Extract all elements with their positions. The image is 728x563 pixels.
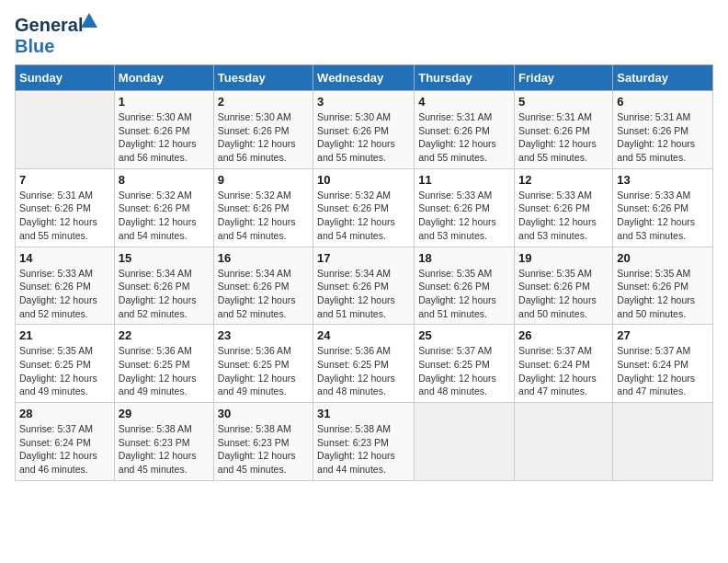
logo-general-text: General: [15, 15, 83, 35]
calendar-cell: [16, 91, 115, 169]
day-number: 28: [19, 407, 110, 420]
day-info: Sunrise: 5:38 AM Sunset: 6:23 PM Dayligh…: [218, 422, 309, 477]
calendar-cell: 3Sunrise: 5:30 AM Sunset: 6:26 PM Daylig…: [313, 91, 415, 169]
day-number: 27: [617, 328, 709, 342]
day-info: Sunrise: 5:33 AM Sunset: 6:26 PM Dayligh…: [19, 267, 110, 321]
calendar-cell: 28Sunrise: 5:37 AM Sunset: 6:24 PM Dayli…: [16, 403, 115, 481]
day-info: Sunrise: 5:32 AM Sunset: 6:26 PM Dayligh…: [218, 189, 309, 243]
day-number: 30: [218, 407, 309, 420]
day-number: 29: [119, 407, 210, 420]
calendar-cell: 4Sunrise: 5:31 AM Sunset: 6:26 PM Daylig…: [415, 91, 515, 169]
day-info: Sunrise: 5:31 AM Sunset: 6:26 PM Dayligh…: [418, 110, 510, 165]
weekday-header-row: SundayMondayTuesdayWednesdayThursdayFrid…: [16, 65, 713, 91]
day-number: 22: [119, 328, 210, 342]
day-info: Sunrise: 5:37 AM Sunset: 6:24 PM Dayligh…: [19, 422, 110, 477]
calendar-cell: 26Sunrise: 5:37 AM Sunset: 6:24 PM Dayli…: [515, 325, 613, 403]
calendar-cell: 22Sunrise: 5:36 AM Sunset: 6:25 PM Dayli…: [114, 325, 213, 403]
calendar-cell: 24Sunrise: 5:36 AM Sunset: 6:25 PM Dayli…: [313, 325, 415, 403]
day-number: 12: [518, 173, 609, 187]
svg-marker-0: [81, 13, 97, 28]
day-number: 2: [218, 95, 309, 109]
calendar-cell: 23Sunrise: 5:36 AM Sunset: 6:25 PM Dayli…: [213, 325, 313, 403]
weekday-header-sunday: Sunday: [16, 65, 115, 91]
calendar-week-3: 14Sunrise: 5:33 AM Sunset: 6:26 PM Dayli…: [16, 247, 713, 325]
calendar-week-5: 28Sunrise: 5:37 AM Sunset: 6:24 PM Dayli…: [16, 403, 713, 481]
calendar-cell: 21Sunrise: 5:35 AM Sunset: 6:25 PM Dayli…: [16, 325, 115, 403]
day-info: Sunrise: 5:30 AM Sunset: 6:26 PM Dayligh…: [119, 110, 210, 165]
day-info: Sunrise: 5:33 AM Sunset: 6:26 PM Dayligh…: [418, 189, 510, 243]
calendar-cell: 5Sunrise: 5:31 AM Sunset: 6:26 PM Daylig…: [515, 91, 613, 169]
day-info: Sunrise: 5:32 AM Sunset: 6:26 PM Dayligh…: [317, 189, 410, 243]
day-number: 16: [218, 251, 309, 265]
calendar-cell: 14Sunrise: 5:33 AM Sunset: 6:26 PM Dayli…: [16, 247, 115, 325]
calendar-cell: 16Sunrise: 5:34 AM Sunset: 6:26 PM Dayli…: [213, 247, 313, 325]
day-info: Sunrise: 5:33 AM Sunset: 6:26 PM Dayligh…: [518, 189, 609, 243]
day-number: 7: [19, 173, 110, 187]
calendar-cell: 9Sunrise: 5:32 AM Sunset: 6:26 PM Daylig…: [213, 168, 313, 247]
day-info: Sunrise: 5:38 AM Sunset: 6:23 PM Dayligh…: [119, 422, 210, 477]
calendar-cell: 15Sunrise: 5:34 AM Sunset: 6:26 PM Dayli…: [114, 247, 213, 325]
calendar-cell: 11Sunrise: 5:33 AM Sunset: 6:26 PM Dayli…: [415, 168, 515, 247]
day-info: Sunrise: 5:35 AM Sunset: 6:26 PM Dayligh…: [518, 267, 609, 321]
day-number: 15: [119, 251, 210, 265]
weekday-header-tuesday: Tuesday: [213, 65, 313, 91]
weekday-header-wednesday: Wednesday: [313, 65, 415, 91]
weekday-header-monday: Monday: [114, 65, 213, 91]
calendar-cell: [515, 403, 613, 481]
day-info: Sunrise: 5:35 AM Sunset: 6:25 PM Dayligh…: [19, 344, 110, 398]
day-number: 3: [317, 95, 410, 109]
calendar-cell: 18Sunrise: 5:35 AM Sunset: 6:26 PM Dayli…: [415, 247, 515, 325]
calendar-week-1: 1Sunrise: 5:30 AM Sunset: 6:26 PM Daylig…: [16, 91, 713, 169]
day-info: Sunrise: 5:36 AM Sunset: 6:25 PM Dayligh…: [317, 344, 410, 398]
day-number: 23: [218, 328, 309, 342]
weekday-header-saturday: Saturday: [613, 65, 713, 91]
calendar-cell: 30Sunrise: 5:38 AM Sunset: 6:23 PM Dayli…: [213, 403, 313, 481]
calendar-cell: 25Sunrise: 5:37 AM Sunset: 6:25 PM Dayli…: [415, 325, 515, 403]
day-number: 19: [518, 251, 609, 265]
day-info: Sunrise: 5:34 AM Sunset: 6:26 PM Dayligh…: [119, 267, 210, 321]
day-number: 21: [19, 328, 110, 342]
day-info: Sunrise: 5:32 AM Sunset: 6:26 PM Dayligh…: [119, 189, 210, 243]
day-info: Sunrise: 5:34 AM Sunset: 6:26 PM Dayligh…: [218, 267, 309, 321]
day-info: Sunrise: 5:37 AM Sunset: 6:25 PM Dayligh…: [418, 344, 510, 398]
calendar-cell: 20Sunrise: 5:35 AM Sunset: 6:26 PM Dayli…: [613, 247, 713, 325]
day-number: 9: [218, 173, 309, 187]
calendar-cell: 31Sunrise: 5:38 AM Sunset: 6:23 PM Dayli…: [313, 403, 415, 481]
header: General Blue: [15, 15, 713, 57]
day-number: 20: [617, 251, 709, 265]
calendar-cell: 1Sunrise: 5:30 AM Sunset: 6:26 PM Daylig…: [114, 91, 213, 169]
calendar-week-4: 21Sunrise: 5:35 AM Sunset: 6:25 PM Dayli…: [16, 325, 713, 403]
day-info: Sunrise: 5:36 AM Sunset: 6:25 PM Dayligh…: [218, 344, 309, 398]
day-info: Sunrise: 5:33 AM Sunset: 6:26 PM Dayligh…: [617, 189, 709, 243]
weekday-header-thursday: Thursday: [415, 65, 515, 91]
day-info: Sunrise: 5:34 AM Sunset: 6:26 PM Dayligh…: [317, 267, 410, 321]
weekday-header-friday: Friday: [515, 65, 613, 91]
day-info: Sunrise: 5:30 AM Sunset: 6:26 PM Dayligh…: [218, 110, 309, 165]
day-number: 6: [617, 95, 709, 109]
day-number: 24: [317, 328, 410, 342]
calendar-cell: 8Sunrise: 5:32 AM Sunset: 6:26 PM Daylig…: [114, 168, 213, 247]
calendar-cell: [415, 403, 515, 481]
calendar-cell: 19Sunrise: 5:35 AM Sunset: 6:26 PM Dayli…: [515, 247, 613, 325]
calendar-week-2: 7Sunrise: 5:31 AM Sunset: 6:26 PM Daylig…: [16, 168, 713, 247]
calendar-cell: 12Sunrise: 5:33 AM Sunset: 6:26 PM Dayli…: [515, 168, 613, 247]
day-info: Sunrise: 5:36 AM Sunset: 6:25 PM Dayligh…: [119, 344, 210, 398]
day-info: Sunrise: 5:35 AM Sunset: 6:26 PM Dayligh…: [418, 267, 510, 321]
logo: General Blue: [15, 15, 83, 57]
day-number: 8: [119, 173, 210, 187]
day-number: 11: [418, 173, 510, 187]
calendar-table: SundayMondayTuesdayWednesdayThursdayFrid…: [15, 64, 713, 481]
day-number: 17: [317, 251, 410, 265]
day-info: Sunrise: 5:38 AM Sunset: 6:23 PM Dayligh…: [317, 422, 410, 477]
day-number: 5: [518, 95, 609, 109]
day-info: Sunrise: 5:31 AM Sunset: 6:26 PM Dayligh…: [518, 110, 609, 165]
calendar-cell: [613, 403, 713, 481]
day-number: 4: [418, 95, 510, 109]
day-number: 25: [418, 328, 510, 342]
day-info: Sunrise: 5:37 AM Sunset: 6:24 PM Dayligh…: [617, 344, 709, 398]
day-info: Sunrise: 5:37 AM Sunset: 6:24 PM Dayligh…: [518, 344, 609, 398]
day-info: Sunrise: 5:31 AM Sunset: 6:26 PM Dayligh…: [617, 110, 709, 165]
day-info: Sunrise: 5:30 AM Sunset: 6:26 PM Dayligh…: [317, 110, 410, 165]
day-number: 10: [317, 173, 410, 187]
day-info: Sunrise: 5:35 AM Sunset: 6:26 PM Dayligh…: [617, 267, 709, 321]
